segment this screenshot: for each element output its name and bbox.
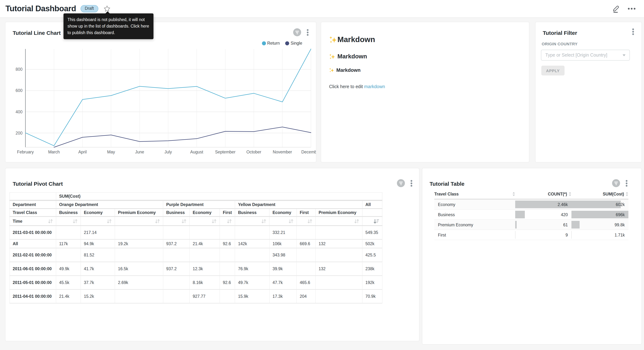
pivot-cell: 92.6 — [220, 276, 235, 290]
x-axis-tick: October — [246, 150, 261, 154]
pivot-cell — [296, 248, 316, 262]
cell-bar: 696k — [572, 211, 628, 218]
sort-toggle-icon[interactable] — [182, 219, 186, 223]
pivot-sort-cell — [220, 216, 235, 226]
pivot-sort-cell — [56, 216, 81, 226]
markdown-h3: Markdown — [329, 68, 521, 73]
sort-toggle-icon[interactable] — [354, 219, 359, 223]
pivot-table: SUM(Cost)DepartmentOrange DepartmentPurp… — [10, 192, 382, 304]
pivot-cell: 937.2 — [163, 262, 190, 276]
sort-toggle-icon[interactable] — [212, 219, 216, 223]
pivot-header-cell[interactable]: Orange Department — [56, 200, 163, 208]
panel-title: Tutorial Pivot Chart — [13, 180, 63, 187]
pivot-cell: 41.7k — [81, 262, 115, 276]
kebab-menu-icon[interactable] — [630, 28, 636, 35]
filter-field-label: ORIGIN COUNTRY — [542, 42, 578, 46]
pivot-cell — [316, 276, 362, 290]
pivot-cell: 927.77 — [190, 290, 220, 303]
legend-item-single[interactable]: Single — [285, 41, 302, 45]
x-axis-tick: March — [48, 150, 60, 154]
sort-icon — [626, 192, 628, 196]
pivot-header-cell[interactable]: Business — [163, 208, 190, 216]
kebab-menu-icon[interactable] — [409, 180, 414, 186]
pivot-cell: 49.7k — [235, 276, 270, 290]
pivot-cell — [163, 226, 190, 240]
pivot-sort-cell — [316, 216, 362, 226]
more-menu-icon[interactable] — [628, 8, 636, 10]
table-cell-travel-class: First — [434, 230, 515, 240]
pivot-header-cell[interactable]: Purple Department — [163, 200, 235, 208]
table-header-row: Travel Class COUNT(*) SUM(Cost) — [434, 189, 628, 199]
pivot-header-cell[interactable]: First — [296, 208, 316, 216]
status-badge[interactable]: Draft — [80, 5, 98, 12]
legend-dot — [262, 41, 266, 45]
sort-toggle-icon[interactable] — [48, 219, 53, 223]
pivot-cell: 669.6 — [296, 240, 316, 248]
favorite-star-icon[interactable] — [103, 5, 110, 12]
legend-dot — [285, 41, 289, 45]
pivot-header-cell[interactable]: Yellow Department — [235, 200, 362, 208]
chart-legend: ReturnSingle — [262, 41, 302, 45]
cross-filter-icon[interactable] — [612, 179, 620, 187]
pivot-header-cell[interactable]: Economy — [81, 208, 115, 216]
table-row: Premium Economy6199.8k — [434, 220, 628, 230]
edit-markdown-link[interactable]: markdown — [364, 84, 385, 89]
markdown-h2: Markdown — [329, 53, 521, 60]
pivot-sort-cell — [81, 216, 115, 226]
cell-bar: 602k — [572, 200, 628, 208]
pivot-header-cell[interactable]: Premium Economy — [115, 208, 163, 216]
origin-country-select[interactable]: Type or Select [Origin Country] — [541, 50, 630, 60]
cross-filter-icon[interactable] — [397, 179, 405, 187]
pivot-sort-cell — [296, 216, 316, 226]
legend-label: Single — [290, 41, 302, 45]
sort-toggle-icon[interactable] — [227, 219, 232, 223]
pivot-header-cell[interactable]: Business — [56, 208, 81, 216]
pivot-cell — [163, 276, 190, 290]
sort-desc-icon[interactable] — [373, 219, 379, 223]
legend-item-return[interactable]: Return — [262, 41, 280, 45]
sort-toggle-icon[interactable] — [288, 219, 294, 223]
pivot-sort-cell: Time — [10, 216, 56, 226]
page-title[interactable]: Tutorial Dashboard — [6, 4, 76, 14]
x-axis-tick: July — [164, 150, 172, 154]
pivot-header-cell[interactable]: First — [220, 208, 235, 216]
table-cell-count: 9 — [515, 230, 572, 240]
unpublished-tooltip[interactable]: This dashboard is not published, it will… — [64, 14, 154, 39]
pivot-header-cell[interactable]: Economy — [190, 208, 220, 216]
sort-toggle-icon[interactable] — [107, 219, 112, 223]
table-panel: Tutorial Table Travel Class COUNT(*) SUM… — [422, 168, 642, 344]
column-header-sum-cost[interactable]: SUM(Cost) — [572, 192, 628, 196]
column-header-travel-class[interactable]: Travel Class — [434, 192, 515, 196]
panel-title: Tutorial Filter — [543, 30, 577, 36]
x-axis-tick: February — [17, 150, 34, 154]
table-cell-sum: 99.8k — [572, 220, 628, 230]
pivot-cell: 45.5k — [56, 276, 81, 290]
pivot-header-cell[interactable]: Business — [235, 208, 270, 216]
sort-toggle-icon[interactable] — [261, 219, 266, 223]
pivot-header-cell — [362, 208, 382, 216]
pivot-cell — [163, 290, 190, 303]
x-axis-tick: December — [301, 150, 316, 154]
sort-icon — [568, 192, 572, 196]
column-header-count[interactable]: COUNT(*) — [515, 192, 572, 196]
kebab-menu-icon[interactable] — [624, 180, 629, 186]
apply-button[interactable]: APPLY — [541, 66, 564, 76]
edit-icon[interactable] — [612, 4, 620, 13]
pivot-header-cell[interactable]: All — [362, 200, 382, 208]
x-axis-tick: September — [215, 150, 236, 154]
table-body: Economy2.46k602kBusiness420696kPremium E… — [434, 199, 628, 240]
pivot-cell: 332.21 — [270, 226, 296, 240]
pivot-header-cell[interactable]: Premium Economy — [316, 208, 362, 216]
pivot-cell — [316, 248, 362, 262]
table-cell-travel-class: Business — [434, 210, 515, 220]
pivot-cell: 92.6 — [220, 240, 235, 248]
pivot-header-cell[interactable]: Economy — [270, 208, 296, 216]
pivot-cell: 15.9k — [235, 290, 270, 303]
pivot-sort-cell — [270, 216, 296, 226]
sort-toggle-icon[interactable] — [307, 219, 312, 223]
y-axis-tick: 200 — [16, 131, 22, 136]
sparkles-icon — [329, 53, 335, 60]
pivot-row: All117k94.9k19.2k937.221.4k92.6142k106k6… — [10, 240, 382, 248]
sort-toggle-icon[interactable] — [72, 219, 78, 223]
sort-toggle-icon[interactable] — [155, 219, 160, 223]
